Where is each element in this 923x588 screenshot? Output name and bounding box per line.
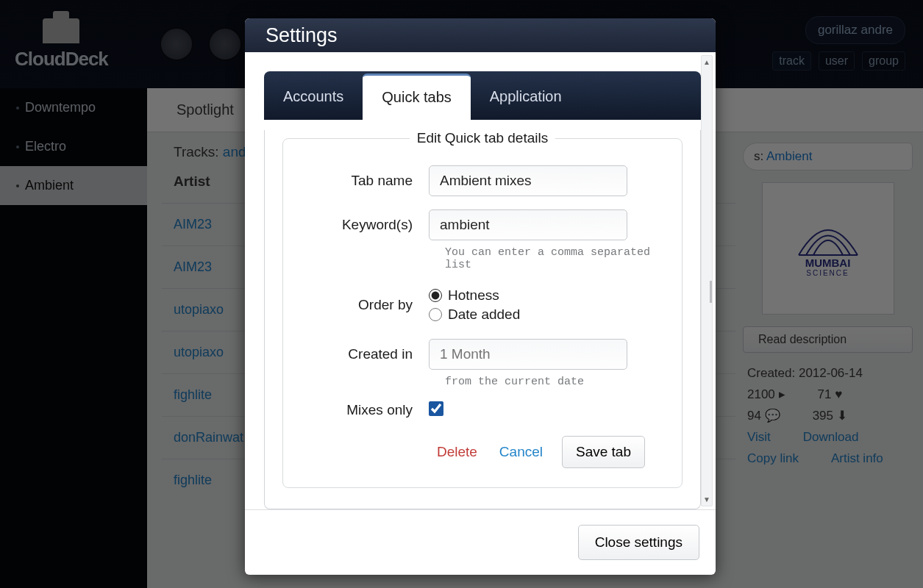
cancel-button[interactable]: Cancel xyxy=(496,437,546,467)
scroll-grip-icon xyxy=(710,281,712,303)
keywords-label: Keyword(s) xyxy=(302,217,429,233)
created-in-input[interactable] xyxy=(429,339,627,370)
scrollbar[interactable]: ▲ ▼ xyxy=(701,55,713,506)
tab-name-label: Tab name xyxy=(302,173,429,189)
tab-application[interactable]: Application xyxy=(471,75,581,120)
save-tab-button[interactable]: Save tab xyxy=(562,436,645,468)
order-hotness-radio[interactable] xyxy=(429,289,442,302)
modal-body: ▲ ▼ Accounts Quick tabs Application Edit… xyxy=(245,52,716,509)
tab-quick-tabs[interactable]: Quick tabs xyxy=(363,74,470,121)
scroll-up-icon: ▲ xyxy=(703,56,710,68)
order-by-label: Order by xyxy=(302,297,429,313)
tab-panel: Edit Quick tab details Tab name Keyword(… xyxy=(264,130,701,509)
created-in-label: Created in xyxy=(302,346,429,362)
fieldset-legend: Edit Quick tab details xyxy=(410,130,555,146)
settings-modal: Settings ▲ ▼ Accounts Quick tabs Applica… xyxy=(245,18,716,575)
settings-tabs: Accounts Quick tabs Application xyxy=(264,71,701,120)
scroll-down-icon: ▼ xyxy=(703,493,710,506)
modal-header: Settings xyxy=(245,18,716,52)
form-buttons: Delete Cancel Save tab xyxy=(302,436,645,468)
tab-accounts[interactable]: Accounts xyxy=(264,75,363,120)
delete-button[interactable]: Delete xyxy=(434,437,480,467)
modal-footer: Close settings xyxy=(245,509,716,575)
tab-name-input[interactable] xyxy=(429,165,627,196)
mixes-only-label: Mixes only xyxy=(302,402,429,418)
keywords-help: You can enter a comma separated list xyxy=(445,246,663,271)
mixes-only-checkbox[interactable] xyxy=(429,401,443,416)
created-in-help: from the current date xyxy=(445,376,663,388)
close-settings-button[interactable]: Close settings xyxy=(578,525,699,560)
quick-tab-fieldset: Edit Quick tab details Tab name Keyword(… xyxy=(282,130,683,488)
modal-title: Settings xyxy=(266,24,338,47)
keywords-input[interactable] xyxy=(429,209,627,240)
order-date-radio[interactable] xyxy=(429,308,442,321)
